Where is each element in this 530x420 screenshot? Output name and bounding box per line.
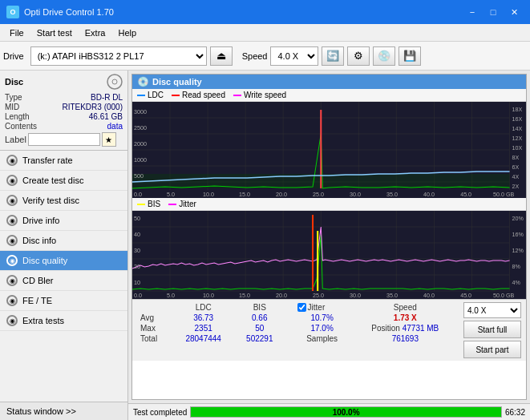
maximize-button[interactable]: □ <box>483 4 503 20</box>
legend-write-speed: Write speed <box>233 91 286 99</box>
stats-avg-spacer <box>285 313 294 323</box>
title-bar-controls: − □ ✕ <box>463 4 524 20</box>
stats-col-jitter-header: Jitter <box>294 302 350 313</box>
settings-button[interactable]: ⚙ <box>347 46 370 66</box>
close-button[interactable]: ✕ <box>504 4 524 20</box>
svg-text:35.0: 35.0 <box>386 293 398 299</box>
menu-file[interactable]: File <box>3 26 30 39</box>
svg-point-1 <box>112 79 117 84</box>
svg-text:3000: 3000 <box>134 109 147 115</box>
stats-max-bis: 50 <box>235 323 285 333</box>
disc-mid-key: MID <box>5 103 19 111</box>
save-button[interactable]: 💾 <box>399 46 421 66</box>
disc-type-key: Type <box>5 93 22 102</box>
drive-label: Drive <box>3 51 24 61</box>
drive-select[interactable]: (k:) ATAPI iHBS312 2 PL17 <box>30 46 207 66</box>
legend-read-dot <box>172 95 180 96</box>
nav-label-create-test-disc: Create test disc <box>22 176 83 185</box>
nav-create-test-disc[interactable]: ◉ Create test disc <box>0 171 127 191</box>
disc-panel: Disc Type BD-R DL MID RITEKDR3 (000) Len… <box>0 71 127 151</box>
status-window-button[interactable]: Status window >> <box>0 402 127 420</box>
nav-icon-cd-bler: ◉ <box>6 275 18 286</box>
jitter-checkbox[interactable] <box>297 303 306 312</box>
stats-total-bis: 502291 <box>235 333 285 344</box>
menu-extra[interactable]: Extra <box>79 26 112 39</box>
stats-max-jitter: 17.0% <box>294 323 350 333</box>
stats-max-ldc: 2351 <box>172 323 234 333</box>
svg-text:4%: 4% <box>512 280 521 286</box>
svg-text:1000: 1000 <box>134 157 147 164</box>
nav-transfer-rate[interactable]: ◉ Transfer rate <box>0 151 127 171</box>
disc-contents-key: Contents <box>5 122 37 131</box>
legend-jitter: Jitter <box>168 200 196 208</box>
svg-text:16%: 16% <box>512 232 524 238</box>
chart-header: 💿 Disc quality <box>132 75 526 89</box>
nav-disc-info[interactable]: ◉ Disc info <box>0 231 127 251</box>
content-area: 💿 Disc quality LDC Read speed W <box>128 71 530 420</box>
svg-text:50: 50 <box>134 216 140 222</box>
disc-label-btn[interactable]: ★ <box>102 132 116 147</box>
nav-cd-bler[interactable]: ◉ CD Bler <box>0 271 127 291</box>
time-elapsed: 66:32 <box>505 408 525 417</box>
svg-text:40.0: 40.0 <box>423 293 435 299</box>
speed-label: Speed <box>242 51 268 61</box>
stats-col-empty <box>137 302 172 313</box>
nav-label-cd-bler: CD Bler <box>22 276 54 285</box>
speed-header-label: Speed <box>394 303 417 312</box>
chart-legend-top: LDC Read speed Write speed <box>132 89 526 102</box>
menu-help[interactable]: Help <box>111 26 143 39</box>
nav-verify-test-disc[interactable]: ◉ Verify test disc <box>0 191 127 211</box>
stats-avg-speed: 1.73 X <box>350 313 460 323</box>
disc-length-key: Length <box>5 112 30 121</box>
svg-text:8X: 8X <box>512 155 520 161</box>
legend-ldc: LDC <box>137 91 164 99</box>
nav-fe-te[interactable]: ◉ FE / TE <box>0 291 127 311</box>
svg-text:18X: 18X <box>512 107 523 113</box>
speed-combo[interactable]: 4.0 X <box>463 302 521 318</box>
svg-text:6X: 6X <box>512 164 520 171</box>
svg-text:4X: 4X <box>512 174 520 180</box>
start-full-button[interactable]: Start full <box>463 321 521 338</box>
minimize-button[interactable]: − <box>463 4 482 20</box>
svg-text:10: 10 <box>134 280 140 286</box>
burn-button[interactable]: 💿 <box>373 46 395 66</box>
menu-start-test[interactable]: Start test <box>30 26 79 39</box>
stats-row-total: Total 28047444 502291 Samples 761693 <box>137 333 460 344</box>
chart-top: 3000 2500 2000 1000 500 18X 16X 14X 12X … <box>132 102 526 198</box>
stats-avg-ldc: 36.73 <box>172 313 234 323</box>
disc-mid-val: RITEKDR3 (000) <box>62 103 123 111</box>
svg-text:30.0: 30.0 <box>350 293 361 299</box>
nav-disc-quality[interactable]: ◉ Disc quality <box>0 251 127 271</box>
stats-row-avg: Avg 36.73 0.66 10.7% 1.73 X <box>137 313 460 323</box>
disc-icon <box>107 74 123 90</box>
jitter-label: Jitter <box>308 303 326 312</box>
start-part-button[interactable]: Start part <box>463 341 521 358</box>
nav-drive-info[interactable]: ◉ Drive info <box>0 211 127 231</box>
stats-col-speed-header: Speed <box>350 302 460 313</box>
nav-label-disc-quality: Disc quality <box>22 256 67 265</box>
legend-ldc-label: LDC <box>148 91 164 99</box>
nav-label-verify-test-disc: Verify test disc <box>22 196 79 205</box>
svg-text:500: 500 <box>134 173 144 180</box>
eject-button[interactable]: ⏏ <box>210 46 233 66</box>
stats-avg-label: Avg <box>137 313 172 323</box>
disc-panel-header: Disc <box>5 74 123 90</box>
stats-total-label: Total <box>137 333 172 344</box>
disc-contents-row: Contents data <box>5 122 123 131</box>
nav-extra-tests[interactable]: ◉ Extra tests <box>0 311 127 331</box>
nav-label-drive-info: Drive info <box>22 216 59 225</box>
speed-select[interactable]: 4.0 X <box>270 46 318 66</box>
nav-icon-create-test-disc: ◉ <box>6 175 18 186</box>
disc-label-input[interactable] <box>28 133 100 146</box>
chart-title: Disc quality <box>152 77 202 87</box>
stats-samples-key: Samples <box>294 333 350 344</box>
svg-text:45.0: 45.0 <box>460 293 471 299</box>
svg-text:50.0 GB: 50.0 GB <box>493 192 515 198</box>
refresh-button[interactable]: 🔄 <box>322 46 344 66</box>
svg-text:12%: 12% <box>512 248 524 254</box>
svg-text:40: 40 <box>134 232 140 238</box>
svg-text:2X: 2X <box>512 184 520 190</box>
nav-icon-verify-test-disc: ◉ <box>6 195 18 206</box>
svg-text:40.0: 40.0 <box>423 192 435 198</box>
stats-col-bis: BIS <box>235 302 285 313</box>
